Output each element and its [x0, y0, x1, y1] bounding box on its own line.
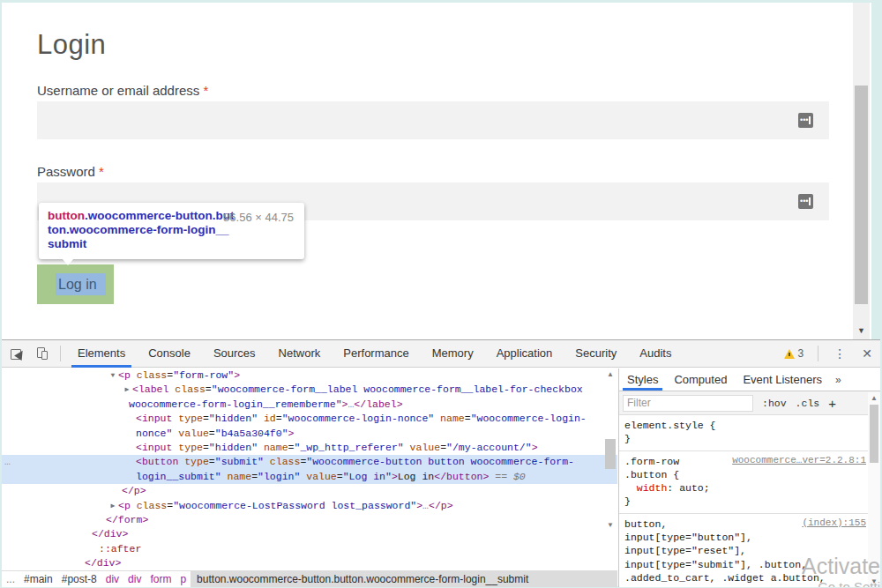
warning-count[interactable]: 3 [798, 347, 804, 360]
devtools-toolbar: ElementsConsoleSourcesNetworkPerformance… [2, 340, 880, 368]
styles-tab-computed[interactable]: Computed [666, 368, 735, 391]
login-button-label: Log in [56, 273, 106, 295]
styles-tab-styles[interactable]: Styles [619, 368, 666, 391]
login-button[interactable]: Log in [37, 264, 114, 304]
page-title: Login [37, 29, 106, 61]
device-toolbar-icon[interactable] [35, 346, 49, 361]
styles-scrollbar-thumb[interactable] [870, 405, 878, 463]
styles-tab-event-listeners[interactable]: Event Listeners [735, 368, 830, 391]
breadcrumb-item[interactable]: form [146, 571, 176, 588]
stylesheet-source-link[interactable]: woocommerce…ver=2.2.8:1 [732, 455, 866, 465]
expand-arrow-icon[interactable]: ▶ [108, 499, 118, 513]
scroll-up-arrow-icon[interactable]: ▲ [603, 370, 617, 378]
new-style-rule-button[interactable]: + [828, 396, 836, 411]
dots-glyph: ••• [800, 117, 808, 123]
dom-tree-row[interactable]: <input type="hidden" name="_wp_http_refe… [2, 441, 617, 455]
breadcrumb-item[interactable]: button.woocommerce-button.button.woocomm… [191, 571, 617, 588]
styles-filter-row: :hov .cls + [619, 391, 880, 415]
css-selector-row[interactable]: input[type="reset"], [624, 544, 863, 557]
phone-glyph [41, 351, 48, 360]
dom-tree-row[interactable]: nonce" value="b4a5a304f0"> [2, 427, 617, 441]
dom-tree-row[interactable]: ▶<p class="woocommerce-LostPassword lost… [2, 499, 617, 513]
devtools-tab-memory[interactable]: Memory [421, 340, 485, 368]
devtools-tab-network[interactable]: Network [267, 340, 333, 368]
css-selector-row[interactable]: .button { [624, 468, 863, 481]
devtools-panel: ElementsConsoleSourcesNetworkPerformance… [2, 339, 880, 586]
required-asterisk: * [99, 164, 104, 179]
tooltip-selector: button.woocommerce-button.button.woocomm… [48, 209, 235, 251]
css-selector-row[interactable]: header-cart .widget_shopping_cart [624, 584, 863, 587]
css-property-row[interactable]: width: auto; [624, 481, 863, 495]
breadcrumb: ...#main#post-8divdivformpbutton.woocomm… [2, 570, 617, 587]
breadcrumb-item[interactable]: div [101, 571, 123, 588]
input-options-icon[interactable]: ••• [798, 113, 813, 128]
devtools-tab-application[interactable]: Application [485, 340, 564, 368]
toolbar-divider [60, 346, 61, 361]
row-gutter-ellipsis-icon[interactable]: … [4, 455, 11, 469]
devtools-tab-console[interactable]: Console [137, 340, 202, 368]
breadcrumb-item[interactable]: #post-8 [57, 571, 101, 588]
inspect-element-icon[interactable] [11, 346, 25, 361]
devtools-tabbar: ElementsConsoleSourcesNetworkPerformance… [66, 340, 683, 368]
style-rule-section: (index):155button,input[type="button"],i… [619, 514, 880, 587]
devtools-tab-elements[interactable]: Elements [66, 340, 137, 368]
dom-tree-row[interactable]: login__submit" name="login" value="Log i… [2, 470, 617, 484]
styles-filter-input[interactable] [623, 395, 753, 412]
elements-tree: ▼<p class="form-row">▶<label class="wooc… [2, 368, 617, 571]
devtools-tab-security[interactable]: Security [564, 340, 628, 368]
more-menu-icon[interactable]: ⋮ [826, 340, 854, 368]
devtools-tab-audits[interactable]: Audits [628, 340, 683, 368]
bar-glyph [809, 197, 811, 205]
dom-tree-row[interactable]: </form> [2, 513, 617, 527]
tooltip-dimensions: 86.56 × 44.75 [223, 211, 294, 224]
dom-tree-row[interactable]: </p> [2, 484, 617, 498]
close-devtools-icon[interactable]: ✕ [854, 340, 880, 368]
scroll-up-arrow-icon[interactable]: ▲ [868, 394, 880, 402]
css-selector-row[interactable]: element.style { [624, 419, 863, 432]
css-property-value[interactable]: : auto; [667, 482, 709, 494]
styles-scrollbar[interactable]: ▲ ▼ [868, 392, 880, 587]
breadcrumb-item[interactable]: ... [2, 571, 19, 588]
elements-scrollbar-thumb[interactable] [605, 439, 616, 469]
css-close-brace[interactable]: } [624, 495, 863, 508]
username-input[interactable]: ••• [37, 101, 829, 139]
expand-arrow-icon[interactable]: ▶ [122, 383, 132, 397]
scroll-down-arrow-icon[interactable]: ▼ [603, 521, 617, 529]
dom-tree-row[interactable]: …<button type="submit" class="woocommerc… [2, 455, 617, 469]
styles-sidebar: StylesComputedEvent Listeners» :hov .cls… [618, 368, 880, 587]
dom-tree-row[interactable]: ::after [2, 542, 617, 556]
password-label: Password * [37, 164, 104, 179]
breadcrumb-item[interactable]: #main [19, 571, 57, 588]
devtools-tab-performance[interactable]: Performance [332, 340, 420, 368]
css-selector-row[interactable]: input[type="submit"], .button, [624, 558, 863, 571]
expand-arrow-icon[interactable]: ▼ [108, 368, 118, 383]
scroll-down-arrow-icon[interactable]: ▼ [853, 324, 870, 338]
page-scrollbar[interactable]: ▼ [853, 3, 870, 339]
elements-scrollbar[interactable]: ▲ ▼ [603, 368, 617, 529]
stylesheet-source-link[interactable]: (index):155 [802, 517, 866, 528]
css-selector-row[interactable]: .added_to_cart, .widget a.button, [624, 571, 863, 584]
devtools-tab-sources[interactable]: Sources [202, 340, 267, 368]
dom-tree-row[interactable]: <input type="hidden" id="woocommerce-log… [2, 412, 617, 426]
styles-rules-list: element.style {}woocommerce…ver=2.2.8:1.… [619, 415, 880, 587]
css-close-brace[interactable]: } [624, 432, 863, 445]
css-property-name[interactable]: width [637, 482, 668, 494]
dom-tree-row[interactable]: </div> [2, 556, 617, 570]
sidebar-overflow-icon[interactable]: » [830, 374, 847, 386]
bar-glyph [809, 116, 811, 124]
dots-glyph: ••• [800, 198, 808, 205]
breadcrumb-item[interactable]: div [123, 571, 146, 588]
warning-icon[interactable] [784, 349, 795, 359]
dom-tree-row[interactable]: ▶<label class="woocommerce-form__label w… [2, 383, 617, 397]
inspect-tooltip: button.woocommerce-button.button.woocomm… [39, 203, 304, 259]
page-scrollbar-thumb[interactable] [855, 86, 868, 304]
css-selector-row[interactable]: input[type="button"], [624, 531, 863, 544]
element-class-toggle[interactable]: .cls [796, 398, 820, 409]
dom-tree-row[interactable]: </div> [2, 527, 617, 541]
scroll-down-arrow-icon[interactable]: ▼ [868, 577, 880, 585]
dom-tree-row[interactable]: ▼<p class="form-row"> [2, 368, 617, 383]
pseudo-state-toggle[interactable]: :hov [762, 398, 787, 409]
breadcrumb-item[interactable]: p [176, 571, 191, 588]
dom-tree-row[interactable]: woocommerce-form-login__rememberme">…</l… [2, 398, 617, 412]
input-options-icon[interactable]: ••• [798, 194, 813, 209]
